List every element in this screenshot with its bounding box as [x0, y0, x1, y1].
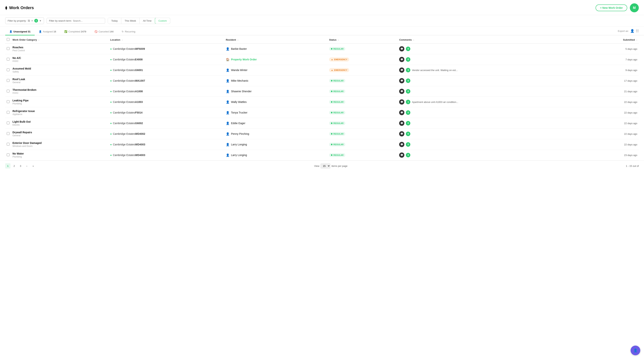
location-cell: ●Cambridge EstatesF5014 [110, 111, 223, 114]
location-name[interactable]: Cambridge EstatesWA1007 [113, 79, 145, 82]
resident-name[interactable]: Larry Longing [231, 143, 247, 146]
row-checkbox[interactable] [7, 154, 10, 156]
comment-bubble[interactable]: 💬 [399, 68, 404, 73]
comment-bubble[interactable]: 💬 [399, 99, 404, 104]
row-checkbox[interactable] [7, 100, 10, 103]
resident-name[interactable]: Wally Wattles [231, 100, 247, 104]
table-row: Roof LeakGeneral●Cambridge EstatesWA1007… [5, 76, 639, 86]
select-all-checkbox[interactable] [7, 38, 10, 41]
col-comments[interactable]: Comments ↕ [398, 36, 586, 44]
row-checkbox[interactable] [7, 111, 10, 114]
location-name[interactable]: Cambridge EstatesWF6009 [113, 47, 145, 50]
page-next-button[interactable]: › [24, 163, 30, 168]
tab-assigned[interactable]: 👤 Assigned 16 [35, 28, 60, 36]
status-dot [331, 48, 332, 50]
location-name[interactable]: Cambridge EstatesG6002 [113, 122, 143, 125]
tab-completed-label: Completed 2479 [68, 30, 86, 33]
location-name[interactable]: Cambridge EstatesWD4003 [113, 143, 145, 146]
select-all-header[interactable] [5, 36, 11, 44]
submitted-cell: 21 days ago [588, 90, 637, 93]
col-status[interactable]: Status ↕ [328, 36, 398, 44]
page-2-button[interactable]: 2 [12, 163, 17, 168]
location-name[interactable]: Cambridge EstatesG6001 [113, 68, 143, 72]
resident-name[interactable]: Larry Longing [231, 154, 247, 156]
comment-bubble[interactable]: 💬 [399, 142, 404, 147]
col-category[interactable]: Work Order Category ↕ [11, 36, 109, 44]
search-filter-group: Filter by search term: [46, 18, 105, 24]
time-thisweek-button[interactable]: This Week [121, 18, 140, 24]
person-icon: 👤 [226, 111, 230, 114]
export-grid-icon[interactable]: ☷ [636, 29, 639, 33]
row-checkbox[interactable] [7, 47, 10, 50]
resident-name[interactable]: Penny Pinching [231, 132, 249, 135]
location-name[interactable]: Cambridge EstatesF5014 [113, 111, 142, 114]
property-dropdown-icon[interactable]: ▼ [39, 20, 42, 22]
table-row: RoachesPest Control●Cambridge EstatesWF6… [5, 44, 639, 54]
row-checkbox[interactable] [7, 58, 10, 60]
comment-count: 0 [406, 110, 410, 115]
new-work-order-button[interactable]: + New Work Order [596, 4, 627, 11]
page-1-button[interactable]: 1 [5, 163, 10, 168]
time-today-button[interactable]: Today [108, 18, 121, 24]
row-checkbox[interactable] [7, 90, 10, 92]
resident-name[interactable]: Property Work Order [231, 58, 257, 61]
row-checkbox[interactable] [7, 132, 10, 135]
pin-icon: ● [110, 47, 112, 50]
tab-canceled[interactable]: 🚫 Canceled 144 [90, 28, 118, 36]
table-row: No A/CHVAC●Cambridge EstatesE4008🏠Proper… [5, 54, 639, 65]
comment-bubble[interactable]: 💬 [399, 89, 404, 94]
comment-bubble[interactable]: 💬 [399, 131, 404, 136]
category-sub: Plumbing [12, 102, 107, 105]
row-checkbox[interactable] [7, 79, 10, 82]
resident-name[interactable]: Eddie Eager [231, 122, 246, 125]
comment-bubble[interactable]: 💬 [399, 110, 404, 115]
location-name[interactable]: Cambridge EstatesWD4002 [113, 132, 145, 135]
comment-bubble[interactable]: 💬 [399, 57, 404, 62]
submitted-cell: 23 days ago [588, 154, 637, 156]
location-cell: ●Cambridge EstatesE4008 [110, 58, 223, 61]
comments-cell: 💬 0 [399, 89, 585, 94]
time-alltime-button[interactable]: All Time [140, 18, 155, 24]
person-icon: 👤 [226, 100, 230, 104]
comment-bubble[interactable]: 💬 [399, 152, 404, 158]
time-custom-button[interactable]: Custom [155, 18, 170, 24]
tab-unassigned-label: Unassigned 31 [14, 30, 30, 33]
col-submitted[interactable]: Submitted ↕ [586, 36, 639, 44]
tab-recurring[interactable]: ↻ Recurring [118, 28, 140, 36]
category-title: Thermostat Broken [12, 88, 107, 91]
resident-name[interactable]: Tonya Trucker [231, 111, 248, 114]
location-name[interactable]: Cambridge EstatesE4008 [113, 58, 143, 61]
tab-completed[interactable]: ✅ Completed 2479 [60, 28, 90, 36]
status-dot [331, 112, 332, 113]
tab-unassigned[interactable]: 👤 Unassigned 31 [5, 28, 35, 36]
comment-bubble[interactable]: 💬 [399, 46, 404, 52]
location-name[interactable]: Cambridge EstatesA1003 [113, 100, 143, 104]
property-filter-close[interactable]: ✕ [31, 20, 33, 22]
table-row: No WaterPlumbing●Cambridge EstatesWD4003… [5, 150, 639, 160]
resident-name[interactable]: Wanda Winter [231, 68, 248, 72]
comment-bubble[interactable]: 💬 [399, 120, 404, 126]
resident-name[interactable]: Barbie Baxter [231, 47, 247, 50]
category-title: Exterior Door Damaged [12, 142, 107, 144]
row-checkbox[interactable] [7, 143, 10, 146]
category-sub: General [12, 134, 107, 137]
category-sub: Windows and Doors [12, 145, 107, 148]
export-csv-icon[interactable]: 👤 [630, 29, 634, 33]
tab-recurring-label: Recurring [125, 30, 135, 33]
col-resident[interactable]: Resident ↕ [224, 36, 328, 44]
page-3-button[interactable]: 3 [18, 163, 23, 168]
location-name[interactable]: Cambridge EstatesWD4003 [113, 154, 145, 156]
pin-icon: ● [110, 68, 112, 72]
search-input[interactable] [73, 20, 103, 22]
comment-bubble[interactable]: 💬 [399, 78, 404, 83]
col-location[interactable]: Location ↕ [109, 36, 224, 44]
row-checkbox[interactable] [7, 122, 10, 124]
location-name[interactable]: Cambridge EstatesA1008 [113, 90, 143, 93]
row-checkbox[interactable] [7, 68, 10, 71]
resident-name[interactable]: Shawnie Shender [231, 90, 252, 93]
resident-name[interactable]: Mike Mechanic [231, 79, 248, 82]
avatar[interactable]: M [630, 3, 639, 12]
per-page-select[interactable]: 15 25 50 [320, 164, 330, 168]
page-last-button[interactable]: » [30, 163, 36, 168]
submitted-cell: 7 days ago [588, 58, 637, 61]
